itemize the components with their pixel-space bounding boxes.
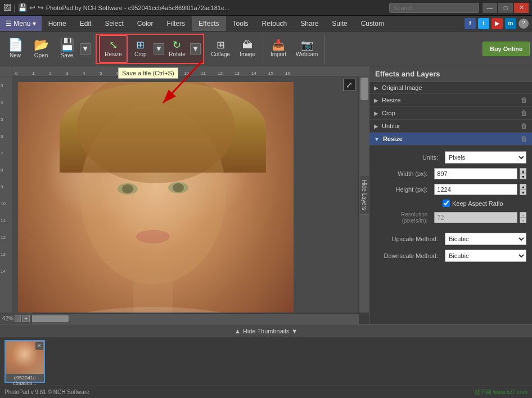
ruler-num: 9 [166,71,183,76]
close-button[interactable]: ✕ [514,3,529,13]
thumbnail-close-button[interactable]: ✕ [35,342,43,350]
resize-button[interactable]: ⤡ Resize [99,35,128,63]
zoom-out-button[interactable]: - [15,315,21,322]
zoom-in-button[interactable]: + [22,315,30,322]
twitter-icon[interactable]: t [478,18,489,29]
menu-item-retouch[interactable]: Retouch [255,16,294,31]
import-button[interactable]: 📥 Import [265,35,291,63]
units-select[interactable]: Pixels Inches Centimeters [445,151,526,164]
layer-name: Resize [383,135,517,142]
width-input[interactable] [434,168,517,179]
ruler-num-v: 6 [1,128,11,145]
resize-label: Resize [105,51,122,57]
undo-icon[interactable]: ↩ [29,3,35,12]
help-button[interactable]: ? [519,19,529,29]
collage-icon: ⊞ [217,40,225,50]
crop-button[interactable]: ⊞ Crop [128,35,154,63]
save-button[interactable]: 💾 Save [54,35,80,63]
delete-layer-icon[interactable]: 🗑 [521,109,528,117]
collage-image-group: ⊞ Collage 🏔 Image [206,34,263,64]
open-label: Open [34,52,48,58]
facebook-icon[interactable]: f [465,18,476,29]
watermark-text: 技下网 www.xz7.com [475,388,528,396]
buy-online-button[interactable]: Buy Online [483,42,530,56]
menu-item-tools[interactable]: Tools [226,16,255,31]
main-area: 0 1 2 3 4 5 6 7 8 9 10 11 12 13 14 15 16 [0,66,532,324]
menu-item-custom[interactable]: Custom [354,16,391,31]
youtube-icon[interactable]: ▶ [492,18,503,29]
redo-icon[interactable]: ↪ [38,3,44,12]
import-label: Import [270,51,286,57]
webcam-icon: 📷 [301,40,313,50]
minimize-button[interactable]: — [483,3,497,13]
linkedin-icon[interactable]: in [505,18,516,29]
new-label: New [10,52,21,58]
layer-item-resize-2-active[interactable]: ▼ Resize 🗑 [369,133,532,146]
collage-button[interactable]: ⊞ Collage [206,35,235,63]
save-dropdown-button[interactable]: ▼ [80,43,91,55]
thumbnail-item[interactable]: ✕ c952041ccb4a5c8... [4,340,45,383]
search-input[interactable] [389,3,479,13]
status-text: PhotoPad v 9.81 © NCH Software [4,389,89,395]
layer-item-original[interactable]: ▶ Original Image [369,82,532,94]
ruler-num: 14 [251,71,268,76]
ruler-num-v: 8 [1,162,11,179]
ruler-num-v: 12 [1,229,11,246]
new-open-group: 📄 New 📂 Open 💾 Save ▼ [2,34,93,64]
height-input[interactable] [434,184,517,195]
ruler-num: 7 [133,71,150,76]
webcam-button[interactable]: 📷 Webcam [291,35,322,63]
toolbar: 📄 New 📂 Open 💾 Save ▼ Save a file (Ctrl+… [0,31,532,66]
rotate-button[interactable]: ↻ Rotate [164,35,190,63]
ruler-num: 13 [234,71,251,76]
expand-canvas-button[interactable]: ⤢ [343,79,355,91]
title-text: PhotoPad by NCH Software - c952041ccb4a5… [46,4,230,11]
save-small-icon[interactable]: 💾 [18,3,27,12]
layer-item-crop[interactable]: ▶ Crop 🗑 [369,107,532,120]
maximize-button[interactable]: □ [498,3,513,13]
height-up-button[interactable]: ▲ [520,184,526,189]
delete-layer-icon[interactable]: 🗑 [521,122,528,130]
downscale-select[interactable]: Bicubic Bilinear Nearest Neighbor [445,250,526,262]
new-button[interactable]: 📄 New [2,35,28,63]
ruler-num-v: 9 [1,179,11,196]
menu-item-edit[interactable]: Edit [73,16,98,31]
menu-item-home[interactable]: Home [42,16,73,31]
width-up-button[interactable]: ▲ [520,168,526,174]
thumbnails-bar: ▲ Hide Thumbnails ▼ ✕ c952041ccb4a5c8... [0,324,532,386]
keep-aspect-checkbox[interactable] [443,200,450,207]
delete-layer-icon[interactable]: 🗑 [521,96,528,104]
rotate-dropdown-button[interactable]: ▼ [190,43,201,55]
horizontal-scrollbar[interactable] [12,314,359,324]
menu-dropdown-button[interactable]: ☰ Menu ▾ [0,16,42,31]
image-button[interactable]: 🏔 Image [235,35,260,63]
ruler-num-v: 11 [1,212,11,229]
width-down-button[interactable]: ▼ [520,174,526,179]
ruler-num: 1 [31,71,48,76]
delete-layer-icon[interactable]: 🗑 [521,135,528,143]
ruler-num: 5 [99,71,116,76]
height-down-button[interactable]: ▼ [520,189,526,195]
hide-thumbnails-button[interactable]: ▲ Hide Thumbnails ▼ [235,328,297,334]
menu-item-effects[interactable]: Effects [192,16,226,31]
ruler-num: 12 [217,71,234,76]
crop-dropdown-button[interactable]: ▼ [154,43,164,55]
scrollbar-v-thumb[interactable] [360,78,368,100]
menu-item-color[interactable]: Color [130,16,160,31]
canvas-viewport[interactable]: ⤢ [12,76,358,313]
ruler-num-v: 7 [1,145,11,162]
menu-item-select[interactable]: Select [98,16,130,31]
layer-item-resize-1[interactable]: ▶ Resize 🗑 [369,94,532,107]
layer-item-unblur[interactable]: ▶ Unblur 🗑 [369,120,532,133]
open-button[interactable]: 📂 Open [28,35,54,63]
height-label: Height (px): [375,186,432,193]
upscale-select[interactable]: Bicubic Bilinear Nearest Neighbor [445,233,526,245]
hide-layers-button[interactable]: Hide Layers [359,175,369,215]
height-row: Height (px): ▲ ▼ [369,182,532,197]
menu-item-filters[interactable]: Filters [160,16,192,31]
ruler-num: 11 [200,71,217,76]
menu-item-share[interactable]: Share [294,16,325,31]
res-down-button: ▼ [520,218,526,223]
keep-aspect-label[interactable]: Keep Aspect Ratio [452,200,503,207]
menu-item-suite[interactable]: Suite [325,16,354,31]
